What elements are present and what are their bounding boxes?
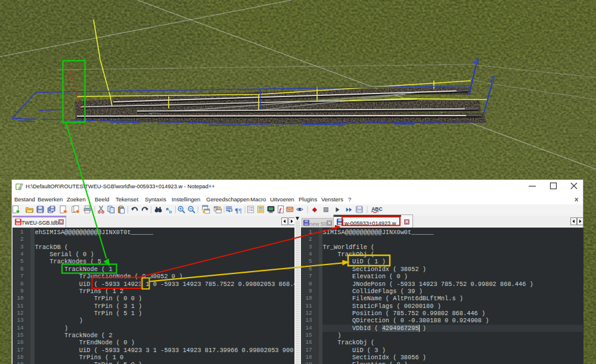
svg-text:¶: ¶ (238, 207, 242, 214)
svg-text:4: 4 (473, 56, 479, 66)
svg-text:2: 2 (489, 74, 495, 84)
svg-text:b: b (169, 209, 172, 214)
svg-text:ABC: ABC (371, 206, 382, 212)
